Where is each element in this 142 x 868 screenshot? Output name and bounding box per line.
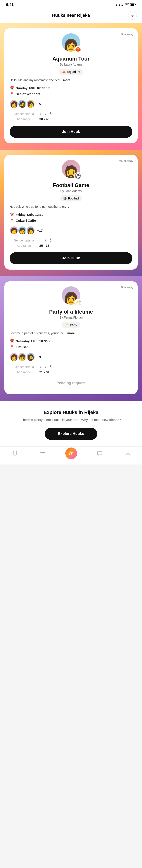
filter-button[interactable] — [128, 11, 137, 20]
status-icons: ▲▲▲ — [115, 3, 136, 7]
party-more-link[interactable]: more — [67, 332, 75, 335]
party-avatar-area: 2km away 👩 🥂 — [4, 281, 138, 305]
aquarium-date-row: 📅 Sunday 10th, 07:30pm — [9, 86, 133, 90]
aquarium-gender-row: Gender criteria ♂ ♀ ⚨ — [9, 112, 133, 116]
aquarium-attendees-row: 👩 🧔 👩 +5 — [9, 99, 133, 108]
football-avatar-area: 500m away 🧔 ⚽ — [4, 155, 138, 179]
party-location-row: 📍 Life Bar — [9, 345, 133, 349]
aquarium-gender-label: Gender criteria — [9, 112, 38, 116]
aquarium-title: Aquarium Tour — [9, 56, 133, 62]
aquarium-join-button[interactable]: Join Huuk — [9, 126, 133, 138]
status-bar: 9:41 ▲▲▲ — [0, 0, 142, 9]
party-location-icon: 📍 — [9, 345, 14, 349]
football-attendee-3: 👩 — [26, 226, 35, 235]
party-avatar-wrapper: 👩 🥂 — [61, 286, 81, 305]
party-gender-row: Gender criteria ♂ ♀ ⚨ — [9, 365, 133, 369]
explore-title: Explore Huuks in Rijeka — [5, 410, 137, 415]
football-attendee-1: 👩 — [9, 226, 18, 235]
party-attendee-3: 🧔 — [26, 352, 35, 361]
bottom-nav: h+ — [0, 446, 142, 464]
aquarium-attendee-2: 🧔 — [18, 99, 27, 108]
aquarium-avatar-wrapper: 👩 🦀 — [61, 33, 81, 52]
aquarium-gender-icons: ♂ ♀ ⚨ — [39, 112, 53, 116]
svg-rect-1 — [131, 3, 134, 6]
nav-profile[interactable] — [122, 450, 134, 458]
party-description: Become a part of history. Yes, you've he… — [9, 331, 133, 336]
football-gender-label: Gender criteria — [9, 239, 38, 242]
football-more-link[interactable]: more — [62, 205, 69, 208]
football-distance: 500m away — [119, 159, 133, 162]
football-section-bg: 500m away 🧔 ⚽ Football Game By John Adam… — [0, 150, 142, 276]
football-date: Friday 12th, 12:30 — [16, 213, 44, 216]
aquarium-tag-pill: 🦀 Aquarium — [59, 69, 83, 75]
nav-map[interactable] — [8, 450, 20, 458]
explore-description: There is plenty more Huuks in your area.… — [5, 417, 137, 423]
football-card: 500m away 🧔 ⚽ Football Game By John Adam… — [4, 155, 138, 270]
football-location-icon: 📍 — [9, 218, 14, 222]
aquarium-distance: 1km away — [120, 33, 133, 36]
party-avatar-emoji: 🥂 — [74, 299, 82, 306]
nav-huuk-logo[interactable]: h+ — [65, 447, 77, 459]
party-pending-button: Pending request — [9, 377, 133, 389]
party-age-row: Age range 21 - 31 — [9, 370, 133, 374]
aquarium-age-label: Age range — [9, 117, 38, 121]
nav-chat[interactable] — [94, 450, 106, 458]
aquarium-date: Sunday 10th, 07:30pm — [16, 86, 50, 90]
party-gender-icons: ♂ ♀ ⚨ — [39, 365, 53, 369]
football-tag-emoji: ⚽ — [63, 197, 67, 200]
map-icon — [11, 451, 17, 457]
signal-icon: ▲▲▲ — [115, 3, 124, 6]
party-title: Party of a lifetime — [9, 309, 133, 315]
explore-button[interactable]: Explore Huuks — [45, 428, 97, 440]
aquarium-age-range: 30 - 48 — [39, 117, 50, 121]
party-location: Life Bar — [16, 345, 28, 349]
aquarium-location-row: 📍 Sea of Wonders — [9, 92, 133, 96]
nav-menu[interactable] — [37, 451, 49, 458]
aquarium-attendee-3: 👩 — [26, 99, 35, 108]
svg-point-10 — [127, 452, 129, 454]
party-gender-label: Gender criteria — [9, 365, 38, 369]
party-age-label: Age range — [9, 370, 38, 374]
aquarium-age-row: Age range 30 - 48 — [9, 117, 133, 121]
football-age-label: Age range — [9, 244, 38, 247]
party-attendee-1: 👩 — [9, 352, 18, 361]
football-card-content: Football Game By John Adams ⚽ Football H… — [4, 179, 138, 270]
aquarium-card: 1km away 👩 🦀 Aquarium Tour By Laura Adam… — [4, 28, 138, 143]
aquarium-more-link[interactable]: more — [63, 79, 70, 82]
party-by: By Fauna Florian — [9, 316, 133, 319]
party-age-range: 21 - 31 — [39, 370, 50, 374]
party-section-bg: 2km away 👩 🥂 Party of a lifetime By Faun… — [0, 276, 142, 401]
football-join-button[interactable]: Join Huuk — [9, 252, 133, 265]
football-attendee-2: 👩 — [18, 226, 27, 235]
party-attendees-row: 👩 👩 🧔 +3 — [9, 352, 133, 361]
explore-section: Explore Huuks in Rijeka There is plenty … — [0, 401, 142, 446]
party-tag-pill: 🥂 Party — [62, 322, 80, 328]
football-gender-icons: ♂ ♀ ⚨ — [39, 238, 53, 242]
wifi-icon — [125, 3, 129, 7]
football-title: Football Game — [9, 182, 133, 188]
football-age-range: 25 - 38 — [39, 244, 50, 247]
party-date: Saturday 12th, 10:30pm — [16, 339, 52, 343]
football-date-icon: 📅 — [9, 213, 14, 217]
aquarium-location: Sea of Wonders — [16, 92, 41, 96]
menu-icon — [40, 452, 45, 457]
party-card-content: Party of a lifetime By Fauna Florian 🥂 P… — [4, 305, 138, 394]
football-location: Cukar i Caffe — [16, 219, 36, 222]
football-attendee-count: +17 — [37, 229, 43, 232]
aquarium-tag-label: Aquarium — [67, 70, 80, 73]
football-age-row: Age range 25 - 38 — [9, 244, 133, 247]
party-tag-emoji: 🥂 — [65, 323, 69, 327]
party-attendee-2: 👩 — [18, 352, 27, 361]
aquarium-avatar-area: 1km away 👩 🦀 — [4, 28, 138, 52]
chat-icon — [97, 451, 102, 457]
status-time: 9:41 — [6, 3, 14, 7]
party-date-icon: 📅 — [9, 339, 14, 343]
battery-icon — [130, 3, 136, 7]
aquarium-card-content: Aquarium Tour By Laura Adams 🦀 Aquarium … — [4, 52, 138, 143]
football-location-row: 📍 Cukar i Caffe — [9, 218, 133, 222]
football-description: Hey ppl. Who's up for a get-together... … — [9, 205, 133, 209]
party-attendee-count: +3 — [37, 355, 41, 359]
aquarium-description: Hello! Me and my roommate decided... mor… — [9, 78, 133, 83]
aquarium-tag-emoji: 🦀 — [62, 70, 66, 73]
football-attendees-row: 👩 👩 👩 +17 — [9, 226, 133, 235]
